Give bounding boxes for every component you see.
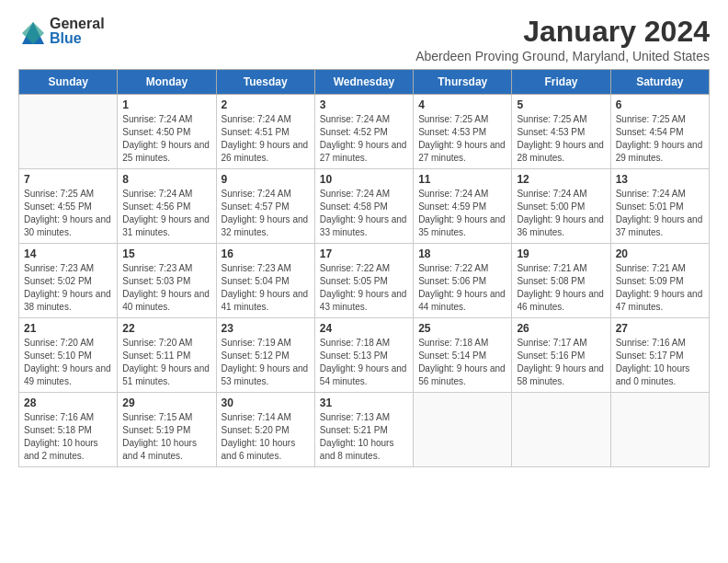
day-number: 8 [122, 173, 210, 186]
weekday-header-monday: Monday [118, 70, 216, 95]
day-info: Sunrise: 7:25 AMSunset: 4:53 PMDaylight:… [517, 113, 605, 165]
calendar-cell: 3Sunrise: 7:24 AMSunset: 4:52 PMDaylight… [314, 95, 413, 169]
day-info: Sunrise: 7:23 AMSunset: 5:04 PMDaylight:… [222, 262, 310, 314]
day-info: Sunrise: 7:21 AMSunset: 5:08 PMDaylight:… [517, 262, 605, 314]
day-number: 23 [222, 322, 310, 335]
day-number: 2 [222, 98, 310, 111]
calendar-cell: 8Sunrise: 7:24 AMSunset: 4:56 PMDaylight… [118, 169, 216, 244]
calendar-cell [512, 393, 610, 467]
day-number: 1 [122, 98, 210, 111]
calendar-cell: 20Sunrise: 7:21 AMSunset: 5:09 PMDayligh… [610, 244, 709, 318]
day-number: 29 [122, 396, 210, 409]
weekday-header-thursday: Thursday [414, 70, 512, 95]
day-info: Sunrise: 7:24 AMSunset: 4:51 PMDaylight:… [222, 113, 310, 165]
calendar-cell: 29Sunrise: 7:15 AMSunset: 5:19 PMDayligh… [118, 393, 216, 467]
day-info: Sunrise: 7:24 AMSunset: 4:58 PMDaylight:… [320, 188, 408, 239]
day-info: Sunrise: 7:19 AMSunset: 5:12 PMDaylight:… [222, 337, 310, 388]
calendar-cell: 9Sunrise: 7:24 AMSunset: 4:57 PMDaylight… [216, 169, 314, 244]
day-info: Sunrise: 7:25 AMSunset: 4:55 PMDaylight:… [24, 188, 112, 239]
calendar-cell: 17Sunrise: 7:22 AMSunset: 5:05 PMDayligh… [314, 244, 413, 318]
day-info: Sunrise: 7:24 AMSunset: 4:56 PMDaylight:… [122, 188, 210, 239]
calendar-cell: 5Sunrise: 7:25 AMSunset: 4:53 PMDaylight… [512, 95, 610, 169]
calendar-week-4: 28Sunrise: 7:16 AMSunset: 5:18 PMDayligh… [19, 393, 710, 467]
day-number: 30 [222, 396, 310, 409]
day-info: Sunrise: 7:14 AMSunset: 5:20 PMDaylight:… [222, 411, 310, 463]
calendar-cell: 22Sunrise: 7:20 AMSunset: 5:11 PMDayligh… [118, 318, 216, 393]
calendar-cell: 31Sunrise: 7:13 AMSunset: 5:21 PMDayligh… [314, 393, 413, 467]
calendar-cell: 15Sunrise: 7:23 AMSunset: 5:03 PMDayligh… [118, 244, 216, 318]
day-number: 19 [517, 247, 605, 260]
day-info: Sunrise: 7:17 AMSunset: 5:16 PMDaylight:… [517, 337, 605, 388]
day-info: Sunrise: 7:25 AMSunset: 4:53 PMDaylight:… [418, 113, 506, 165]
day-number: 26 [517, 322, 605, 335]
calendar-cell: 16Sunrise: 7:23 AMSunset: 5:04 PMDayligh… [216, 244, 314, 318]
calendar-week-0: 1Sunrise: 7:24 AMSunset: 4:50 PMDaylight… [19, 95, 710, 169]
day-number: 16 [222, 247, 310, 260]
day-number: 18 [418, 247, 506, 260]
weekday-header-row: SundayMondayTuesdayWednesdayThursdayFrid… [19, 70, 710, 95]
weekday-header-wednesday: Wednesday [314, 70, 413, 95]
day-info: Sunrise: 7:21 AMSunset: 5:09 PMDaylight:… [616, 262, 704, 314]
day-number: 4 [418, 98, 506, 111]
weekday-header-tuesday: Tuesday [216, 70, 314, 95]
logo-general: General [50, 17, 105, 31]
calendar-cell [610, 393, 709, 467]
day-number: 14 [24, 247, 112, 260]
day-number: 25 [418, 322, 506, 335]
day-number: 6 [616, 98, 704, 111]
day-number: 27 [616, 322, 704, 335]
calendar-cell: 26Sunrise: 7:17 AMSunset: 5:16 PMDayligh… [512, 318, 610, 393]
day-number: 15 [122, 247, 210, 260]
day-number: 20 [616, 247, 704, 260]
day-number: 9 [222, 173, 310, 186]
calendar-cell: 4Sunrise: 7:25 AMSunset: 4:53 PMDaylight… [414, 95, 512, 169]
day-number: 5 [517, 98, 605, 111]
logo: General Blue [18, 15, 105, 48]
logo-blue: Blue [50, 31, 105, 46]
calendar-cell: 7Sunrise: 7:25 AMSunset: 4:55 PMDaylight… [19, 169, 118, 244]
day-info: Sunrise: 7:20 AMSunset: 5:10 PMDaylight:… [24, 337, 112, 388]
weekday-header-saturday: Saturday [610, 70, 709, 95]
calendar-cell: 14Sunrise: 7:23 AMSunset: 5:02 PMDayligh… [19, 244, 118, 318]
day-number: 28 [24, 396, 112, 409]
calendar-header: SundayMondayTuesdayWednesdayThursdayFrid… [19, 70, 710, 95]
day-info: Sunrise: 7:22 AMSunset: 5:06 PMDaylight:… [418, 262, 506, 314]
day-number: 24 [320, 322, 408, 335]
day-info: Sunrise: 7:24 AMSunset: 4:52 PMDaylight:… [320, 113, 408, 165]
calendar-cell: 28Sunrise: 7:16 AMSunset: 5:18 PMDayligh… [19, 393, 118, 467]
day-number: 7 [24, 173, 112, 186]
calendar-cell: 11Sunrise: 7:24 AMSunset: 4:59 PMDayligh… [414, 169, 512, 244]
day-info: Sunrise: 7:13 AMSunset: 5:21 PMDaylight:… [320, 411, 408, 463]
calendar-cell: 24Sunrise: 7:18 AMSunset: 5:13 PMDayligh… [314, 318, 413, 393]
calendar-table: SundayMondayTuesdayWednesdayThursdayFrid… [18, 69, 710, 467]
day-info: Sunrise: 7:16 AMSunset: 5:18 PMDaylight:… [24, 411, 112, 463]
calendar-cell [19, 95, 118, 169]
day-info: Sunrise: 7:22 AMSunset: 5:05 PMDaylight:… [320, 262, 408, 314]
calendar-cell: 23Sunrise: 7:19 AMSunset: 5:12 PMDayligh… [216, 318, 314, 393]
day-info: Sunrise: 7:16 AMSunset: 5:17 PMDaylight:… [616, 337, 704, 388]
day-number: 17 [320, 247, 408, 260]
day-info: Sunrise: 7:20 AMSunset: 5:11 PMDaylight:… [122, 337, 210, 388]
day-number: 22 [122, 322, 210, 335]
month-title: January 2024 [415, 15, 710, 49]
calendar-cell [414, 393, 512, 467]
title-area: January 2024 Aberdeen Proving Ground, Ma… [415, 15, 710, 63]
calendar-cell: 13Sunrise: 7:24 AMSunset: 5:01 PMDayligh… [610, 169, 709, 244]
day-info: Sunrise: 7:24 AMSunset: 5:01 PMDaylight:… [616, 188, 704, 239]
day-info: Sunrise: 7:18 AMSunset: 5:14 PMDaylight:… [418, 337, 506, 388]
calendar-cell: 10Sunrise: 7:24 AMSunset: 4:58 PMDayligh… [314, 169, 413, 244]
calendar-cell: 18Sunrise: 7:22 AMSunset: 5:06 PMDayligh… [414, 244, 512, 318]
calendar-body: 1Sunrise: 7:24 AMSunset: 4:50 PMDaylight… [19, 95, 710, 467]
day-info: Sunrise: 7:15 AMSunset: 5:19 PMDaylight:… [122, 411, 210, 463]
day-number: 13 [616, 173, 704, 186]
day-info: Sunrise: 7:24 AMSunset: 4:50 PMDaylight:… [122, 113, 210, 165]
day-info: Sunrise: 7:23 AMSunset: 5:02 PMDaylight:… [24, 262, 112, 314]
weekday-header-sunday: Sunday [19, 70, 118, 95]
calendar-cell: 19Sunrise: 7:21 AMSunset: 5:08 PMDayligh… [512, 244, 610, 318]
calendar-week-3: 21Sunrise: 7:20 AMSunset: 5:10 PMDayligh… [19, 318, 710, 393]
location: Aberdeen Proving Ground, Maryland, Unite… [415, 49, 710, 63]
day-number: 11 [418, 173, 506, 186]
day-info: Sunrise: 7:24 AMSunset: 4:59 PMDaylight:… [418, 188, 506, 239]
day-info: Sunrise: 7:25 AMSunset: 4:54 PMDaylight:… [616, 113, 704, 165]
calendar-cell: 30Sunrise: 7:14 AMSunset: 5:20 PMDayligh… [216, 393, 314, 467]
